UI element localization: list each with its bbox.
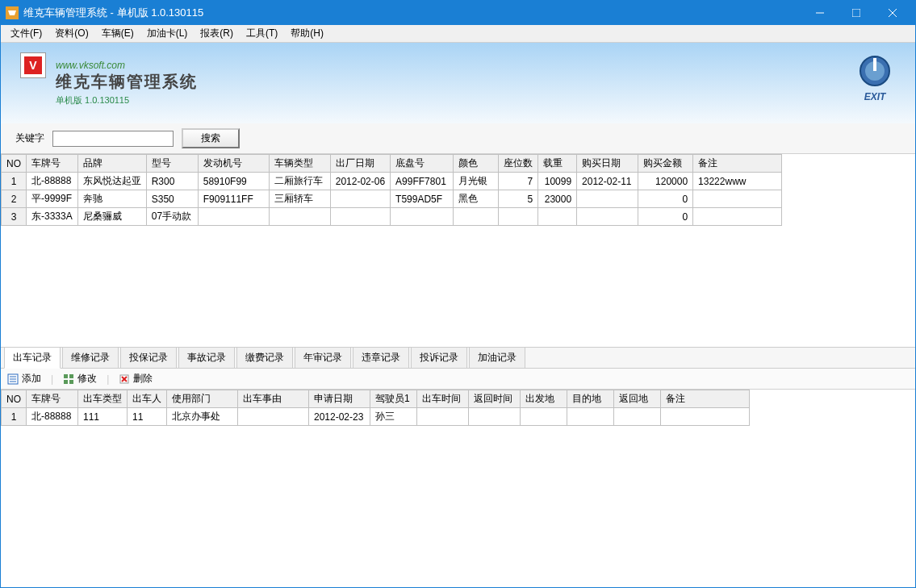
vehicle-col-factory_date[interactable]: 出厂日期 [330, 155, 390, 173]
menu-fuelcard[interactable]: 加油卡(L) [140, 25, 194, 42]
menu-file[interactable]: 文件(F) [4, 25, 48, 42]
cell-brand: 奔驰 [77, 190, 146, 208]
table-row[interactable]: 1北-8888811111北京办事处2012-02-23孙三 [2, 408, 750, 426]
vehicle-col-buy_amount[interactable]: 购买金额 [638, 155, 693, 173]
cell-model: R300 [146, 173, 198, 190]
maximize-button[interactable] [838, 1, 874, 25]
banner-url: www.vksoft.com [56, 60, 198, 71]
trip-col-remark[interactable]: 备注 [661, 390, 750, 408]
vehicle-col-seats[interactable]: 座位数 [499, 155, 538, 173]
cell-load [538, 208, 577, 226]
banner: V www.vksoft.com 维克车辆管理系统 单机版 1.0.130115… [1, 43, 915, 123]
cell-return_place [614, 408, 661, 426]
delete-button[interactable]: 删除 [119, 372, 153, 386]
cell-chassis [391, 208, 454, 226]
vehicle-table-zone: NO车牌号品牌型号发动机号车辆类型出厂日期底盘号颜色座位数载重购买日期购买金额备… [1, 154, 915, 348]
add-label: 添加 [22, 372, 41, 386]
cell-driver1: 孙三 [370, 408, 417, 426]
vehicle-col-load[interactable]: 载重 [538, 155, 577, 173]
cell-brand: 东风悦达起亚 [77, 173, 146, 190]
vehicle-col-buy_date[interactable]: 购买日期 [577, 155, 638, 173]
tab-trip[interactable]: 出车记录 [4, 347, 61, 369]
cell-factory_date [330, 190, 390, 208]
cell-seats: 7 [499, 173, 538, 190]
banner-app-name: 维克车辆管理系统 [56, 71, 198, 93]
table-row[interactable]: 2平-9999F奔驰S350F909111FF三厢轿车T599AD5F黑色523… [2, 190, 782, 208]
cell-color [454, 208, 499, 226]
search-input[interactable] [52, 131, 174, 147]
tab-repair[interactable]: 维修记录 [62, 347, 119, 368]
vehicle-col-no[interactable]: NO [2, 155, 27, 173]
vehicle-col-plate[interactable]: 车牌号 [27, 155, 78, 173]
banner-title-block: www.vksoft.com 维克车辆管理系统 单机版 1.0.130115 [56, 60, 198, 106]
cell-type: 111 [78, 408, 128, 426]
cell-remark: 13222www [693, 173, 782, 190]
tab-fee[interactable]: 缴费记录 [236, 347, 293, 368]
tab-accident[interactable]: 事故记录 [178, 347, 235, 368]
trip-col-to[interactable]: 目的地 [567, 390, 614, 408]
edit-icon [63, 373, 74, 385]
close-button[interactable] [874, 1, 910, 25]
exit-button[interactable]: EXIT [859, 55, 891, 102]
separator: | [107, 373, 109, 385]
search-label: 关键字 [15, 131, 44, 145]
trip-table: NO车牌号出车类型出车人使用部门出车事由申请日期驾驶员1出车时间返回时间出发地目… [1, 390, 750, 426]
search-button[interactable]: 搜索 [182, 128, 240, 148]
cell-model: S350 [146, 190, 198, 208]
vehicle-col-type[interactable]: 车辆类型 [269, 155, 330, 173]
vehicle-col-chassis[interactable]: 底盘号 [391, 155, 454, 173]
trip-col-person[interactable]: 出车人 [128, 390, 167, 408]
cell-person: 11 [128, 408, 167, 426]
menu-report[interactable]: 报表(R) [194, 25, 240, 42]
trip-col-plate[interactable]: 车牌号 [27, 390, 78, 408]
menu-tool[interactable]: 工具(T) [240, 25, 284, 42]
trip-col-type[interactable]: 出车类型 [78, 390, 128, 408]
tab-fuel[interactable]: 加油记录 [469, 347, 525, 368]
add-button[interactable]: 添加 [7, 372, 41, 386]
svg-rect-12 [64, 374, 68, 378]
tab-insure[interactable]: 投保记录 [120, 347, 177, 368]
vehicle-col-engine[interactable]: 发动机号 [198, 155, 269, 173]
trip-col-dept[interactable]: 使用部门 [167, 390, 238, 408]
trip-col-no[interactable]: NO [2, 390, 27, 408]
table-row[interactable]: 3东-3333A尼桑骊威07手动款0 [2, 208, 782, 226]
exit-icon [859, 55, 891, 87]
cell-seats: 5 [499, 190, 538, 208]
tab-complaint[interactable]: 投诉记录 [411, 347, 467, 368]
vehicle-col-color[interactable]: 颜色 [454, 155, 499, 173]
exit-label: EXIT [859, 91, 891, 102]
cell-buy_amount: 0 [638, 190, 693, 208]
trip-col-reason[interactable]: 出车事由 [238, 390, 309, 408]
trip-col-driver1[interactable]: 驾驶员1 [370, 390, 417, 408]
edit-button[interactable]: 修改 [63, 372, 97, 386]
minimize-button[interactable] [801, 1, 838, 25]
cell-back_time [469, 408, 521, 426]
cell-buy_date [577, 208, 638, 226]
vehicle-col-remark[interactable]: 备注 [693, 155, 782, 173]
vehicle-col-brand[interactable]: 品牌 [77, 155, 146, 173]
svg-rect-13 [69, 374, 73, 378]
cell-brand: 尼桑骊威 [77, 208, 146, 226]
svg-rect-14 [64, 380, 68, 384]
tab-annual[interactable]: 年审记录 [295, 347, 351, 368]
tab-violation[interactable]: 违章记录 [353, 347, 409, 368]
table-row[interactable]: 1北-88888东风悦达起亚R30058910F99二厢旅行车2012-02-0… [2, 173, 782, 190]
trip-col-return_place[interactable]: 返回地 [614, 390, 661, 408]
detail-toolbar: 添加 | 修改 | 删除 [1, 369, 915, 390]
cell-type: 三厢轿车 [269, 190, 330, 208]
cell-plate: 北-88888 [27, 173, 78, 190]
trip-col-out_time[interactable]: 出车时间 [417, 390, 469, 408]
vehicle-col-model[interactable]: 型号 [146, 155, 198, 173]
trip-col-from[interactable]: 出发地 [521, 390, 567, 408]
cell-engine: F909111FF [198, 190, 269, 208]
cell-plate: 平-9999F [27, 190, 78, 208]
menu-vehicle[interactable]: 车辆(E) [95, 25, 140, 42]
cell-factory_date [330, 208, 390, 226]
menu-help[interactable]: 帮助(H) [284, 25, 330, 42]
trip-col-apply_date[interactable]: 申请日期 [309, 390, 370, 408]
delete-label: 删除 [133, 372, 153, 386]
cell-buy_date [577, 190, 638, 208]
trip-col-back_time[interactable]: 返回时间 [469, 390, 521, 408]
logo-letter: V [24, 56, 42, 74]
menu-data[interactable]: 资料(O) [48, 25, 94, 42]
